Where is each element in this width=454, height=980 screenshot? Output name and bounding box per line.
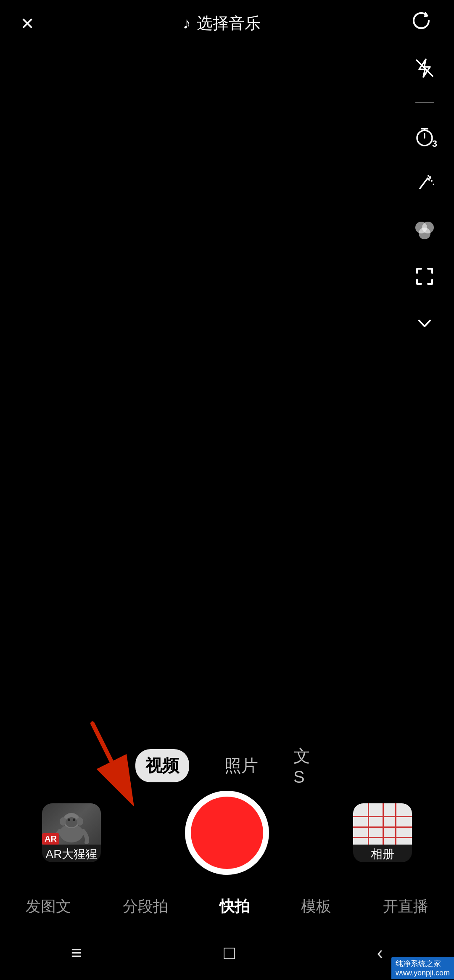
watermark-line2: www.yonpji.com bbox=[396, 969, 450, 977]
system-home-button[interactable]: □ bbox=[224, 942, 235, 963]
system-nav: ≡ □ ‹ bbox=[0, 925, 454, 980]
record-button-inner bbox=[191, 797, 263, 869]
close-button[interactable]: × bbox=[21, 12, 34, 34]
svg-point-16 bbox=[73, 818, 75, 821]
svg-point-14 bbox=[66, 817, 77, 827]
mode-tabs: 视频 照片 文S bbox=[0, 744, 454, 787]
right-toolbar: 3 bbox=[411, 55, 438, 337]
nav-tab-live[interactable]: 开直播 bbox=[375, 892, 437, 921]
gallery-button[interactable]: 相册 bbox=[353, 803, 412, 862]
nav-tab-quick[interactable]: 快拍 bbox=[211, 892, 258, 921]
tab-text[interactable]: 文S bbox=[293, 744, 319, 787]
map-line bbox=[383, 803, 384, 845]
bottom-nav: 发图文 分段拍 快拍 模板 开直播 bbox=[0, 892, 454, 921]
ar-app-label: AR大猩猩 bbox=[46, 846, 98, 862]
color-filter-button[interactable] bbox=[412, 217, 437, 243]
svg-point-3 bbox=[431, 180, 433, 182]
top-bar: × ♪ 选择音乐 bbox=[0, 0, 454, 46]
svg-point-2 bbox=[429, 176, 431, 179]
map-line bbox=[368, 803, 369, 845]
bottom-controls: AR AR大猩猩 相册 bbox=[0, 791, 454, 875]
watermark-line1: 纯净系统之家 bbox=[396, 959, 450, 969]
svg-point-8 bbox=[419, 228, 430, 239]
flash-off-button[interactable] bbox=[411, 55, 438, 82]
timer-button[interactable]: 3 bbox=[411, 123, 438, 150]
nav-tab-post[interactable]: 发图文 bbox=[17, 892, 79, 921]
svg-point-12 bbox=[60, 817, 66, 826]
timer-number: 3 bbox=[432, 138, 437, 149]
nav-tab-segment[interactable]: 分段拍 bbox=[114, 892, 177, 921]
system-menu-button[interactable]: ≡ bbox=[71, 942, 82, 963]
svg-point-4 bbox=[428, 175, 429, 177]
svg-point-5 bbox=[433, 184, 434, 185]
beauty-button[interactable] bbox=[411, 170, 438, 197]
music-icon: ♪ bbox=[183, 14, 191, 32]
scan-button[interactable] bbox=[411, 263, 438, 290]
arrow-annotation bbox=[76, 715, 168, 816]
more-tools-button[interactable] bbox=[411, 310, 438, 337]
record-button[interactable] bbox=[185, 791, 269, 875]
page-title: 选择音乐 bbox=[197, 13, 261, 34]
system-back-button[interactable]: ‹ bbox=[377, 942, 383, 963]
map-line bbox=[395, 803, 396, 845]
refresh-button[interactable] bbox=[409, 9, 433, 37]
svg-point-13 bbox=[77, 817, 83, 826]
toolbar-divider bbox=[415, 102, 434, 103]
tab-photo[interactable]: 照片 bbox=[214, 749, 268, 782]
gallery-thumbnail bbox=[353, 803, 412, 845]
watermark: 纯净系统之家 www.yonpji.com bbox=[391, 957, 454, 979]
ar-badge: AR bbox=[42, 833, 59, 845]
title-area: ♪ 选择音乐 bbox=[183, 13, 261, 34]
nav-tab-template[interactable]: 模板 bbox=[293, 892, 340, 921]
svg-point-15 bbox=[68, 818, 70, 821]
gallery-label: 相册 bbox=[371, 846, 394, 862]
